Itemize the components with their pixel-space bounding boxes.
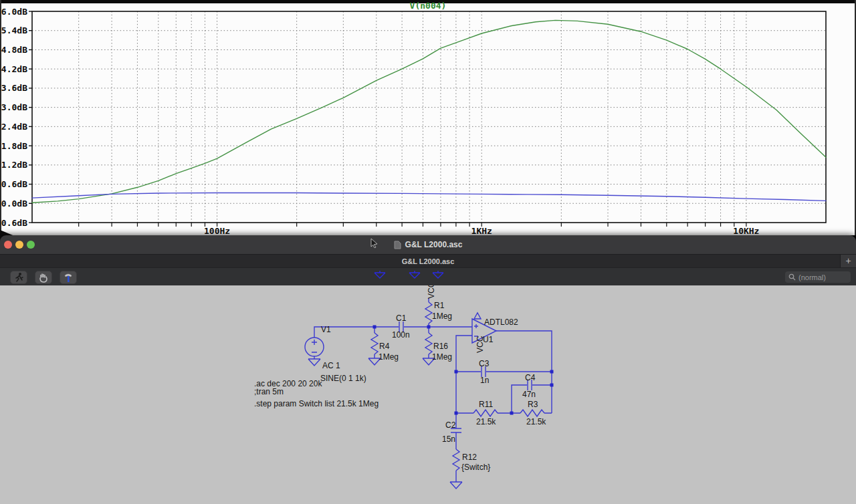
window-titlebar[interactable]: G&L L2000.asc	[0, 235, 856, 254]
component-v1[interactable]	[305, 338, 324, 356]
val-c4: 47n	[522, 390, 536, 399]
val2-v1: SINE(0 1 1k)	[320, 374, 366, 383]
hand-icon	[39, 273, 48, 283]
tab-bar: G&L L2000.asc +	[0, 254, 856, 267]
power-label-vcc-opamp: VCC	[475, 336, 485, 353]
directive-step: .step param Switch list 21.5k 1Meg	[254, 399, 379, 408]
y-axis-label: 1.8dB	[1, 141, 27, 151]
val-r16: 1Meg	[432, 352, 452, 362]
power-label-vcc-top: VCC	[427, 285, 436, 299]
ground-symbols-strip	[373, 270, 460, 282]
val-c2: 15n	[442, 434, 455, 444]
component-r1[interactable]	[425, 302, 432, 324]
component-r16[interactable]	[425, 333, 432, 354]
val-r12: {Switch}	[461, 463, 490, 472]
ref-r3: R3	[528, 400, 538, 409]
x-axis-label: 100Hz	[204, 226, 230, 235]
val-c3: 1n	[480, 376, 489, 385]
ref-r16: R16	[433, 342, 448, 351]
tools-button[interactable]	[60, 271, 77, 284]
trace-curve-1	[32, 20, 826, 203]
search-icon	[788, 273, 796, 281]
trace-curve-2	[32, 193, 826, 201]
y-axis-label: 0.0dB	[1, 199, 27, 209]
plot-frame	[32, 11, 826, 223]
val-r3: 21.5k	[526, 417, 546, 426]
ref-c4: C4	[525, 373, 536, 382]
ref-c3: C3	[479, 359, 490, 368]
ground-symbol	[308, 359, 320, 366]
x-axis-label: 1KHz	[471, 226, 492, 235]
run-button[interactable]	[10, 271, 27, 284]
y-axis-label: 3.0dB	[1, 102, 27, 112]
y-axis-label: 4.8dB	[1, 45, 27, 55]
val-r11: 21.5k	[476, 417, 496, 426]
ref-r12: R12	[462, 453, 477, 462]
waveform-plot-pane[interactable]: V(n004) 6.0dB5.4dB4.8dB4.2dB3.6dB3.0dB2.…	[0, 0, 856, 235]
window-title: G&L L2000.asc	[405, 240, 463, 249]
component-symbols[interactable]	[305, 302, 544, 489]
y-axis-label: 3.6dB	[1, 83, 27, 93]
new-tab-button[interactable]: +	[840, 255, 856, 268]
component-r4[interactable]	[371, 333, 378, 354]
component-r11[interactable]	[473, 410, 498, 416]
y-axis-label: 4.2dB	[1, 64, 27, 74]
x-axis-label: 10KHz	[733, 226, 759, 235]
y-axis-label: -0.6dB	[0, 218, 27, 228]
y-axis-label: 2.4dB	[1, 122, 27, 132]
y-axis-label: 5.4dB	[1, 25, 27, 35]
pan-button[interactable]	[35, 271, 52, 284]
toolbar: (normal)	[0, 267, 856, 285]
ground-symbol	[450, 482, 462, 489]
schematic-canvas[interactable]: V1 AC 1 SINE(0 1 1k) R4 1Meg C1 100n R1 …	[0, 285, 856, 504]
val-u1: ADTL082	[484, 318, 518, 327]
ref-r1: R1	[434, 301, 445, 310]
y-axis-label: 6.0dB	[1, 7, 27, 17]
run-man-icon	[13, 272, 24, 283]
y-axis-label: 1.2dB	[1, 160, 27, 170]
val-c1: 100n	[392, 330, 410, 340]
component-r3[interactable]	[520, 410, 544, 416]
ref-c2: C2	[445, 420, 456, 430]
ltspice-screen: V(n004) 6.0dB5.4dB4.8dB4.2dB3.6dB3.0dB2.…	[0, 0, 856, 504]
y-axis-label: 0.6dB	[1, 179, 27, 189]
val-v1: AC 1	[322, 361, 340, 370]
ref-v1: V1	[321, 325, 331, 334]
ref-r4: R4	[379, 342, 390, 351]
search-placeholder: (normal)	[798, 273, 826, 281]
hammer-icon	[63, 272, 74, 283]
directive-tran: ;tran 5m	[254, 387, 284, 396]
bode-plot[interactable]: 6.0dB5.4dB4.8dB4.2dB3.6dB3.0dB2.4dB1.8dB…	[0, 0, 856, 235]
component-labels: V1 AC 1 SINE(0 1 1k) R4 1Meg C1 100n R1 …	[320, 285, 546, 472]
ref-r11: R11	[479, 400, 493, 409]
val-r1: 1Meg	[432, 311, 452, 321]
search-input[interactable]: (normal)	[785, 271, 851, 283]
tab-schematic[interactable]: G&L L2000.asc	[0, 255, 856, 268]
schematic-window: G&L L2000.asc G&L L2000.asc +	[0, 235, 856, 504]
val-r4: 1Meg	[379, 352, 399, 362]
spice-directives[interactable]: .ac dec 200 20 20k ;tran 5m .step param …	[254, 379, 379, 408]
ref-c1: C1	[396, 313, 407, 323]
mouse-cursor-icon	[370, 238, 379, 248]
document-icon	[394, 241, 401, 249]
component-r12[interactable]	[453, 449, 459, 471]
